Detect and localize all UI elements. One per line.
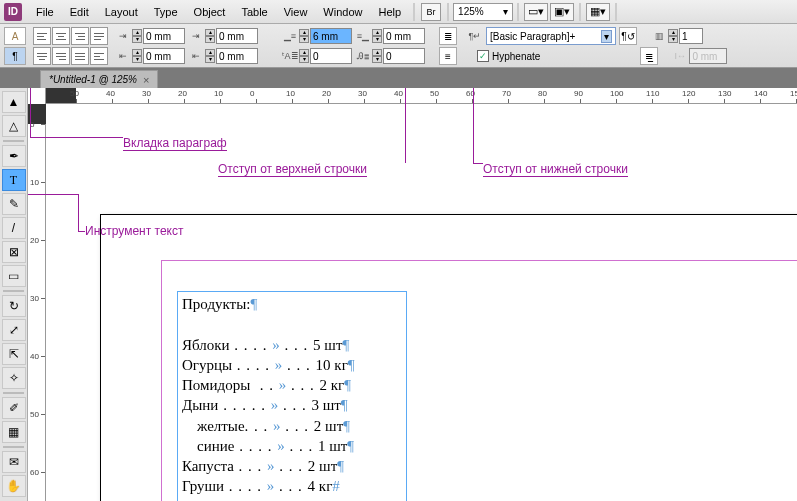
menu-view[interactable]: View [276,0,316,23]
menu-help[interactable]: Help [370,0,409,23]
first-line-indent-icon: ⇥ [188,28,204,44]
callout-line [30,137,123,138]
horizontal-ruler[interactable]: 5040302010010203040506070809010011012013… [46,88,797,104]
align-spine-button[interactable] [90,47,108,65]
callout-line [405,88,406,163]
callout-line [78,194,79,231]
menu-type[interactable]: Type [146,0,186,23]
right-indent-field: ⇤ ▴▾ [115,48,185,64]
scale-tool[interactable]: ⤢ [2,319,26,341]
hand-tool[interactable]: ✋ [2,475,26,497]
line-tool[interactable]: / [2,217,26,239]
menu-edit[interactable]: Edit [62,0,97,23]
drop-cap-lines-icon: ᵗA≣ [282,48,298,64]
callout-line [473,88,474,163]
menu-file[interactable]: File [28,0,62,23]
paragraph-style-icon: ¶↵ [467,28,483,44]
direct-selection-tool[interactable]: △ [2,115,26,137]
view-mode-button[interactable]: ▭▾ [524,3,548,21]
separator [447,3,449,21]
space-after-input[interactable] [383,28,425,44]
note-tool[interactable]: ✉ [2,451,26,473]
zoom-selector[interactable]: 125% ▾ [453,3,513,21]
paragraph-panel-button[interactable]: ¶ [4,47,26,65]
align-center-button[interactable] [52,27,70,45]
pen-tool[interactable]: ✒ [2,145,26,167]
separator [517,3,519,21]
page: Продукты:¶Яблоки . . . . » . . . 5 шт¶Ог… [100,214,797,501]
arrange-button[interactable]: ▦▾ [586,3,610,21]
menu-bar: ID File Edit Layout Type Object Table Vi… [0,0,797,24]
document-tab[interactable]: *Untitled-1 @ 125% × [40,70,158,88]
baseline-grid-button[interactable]: ≡̲ [640,47,658,65]
toolbox: ▲ △ ✒ T ✎ / ⊠ ▭ ↻ ⤢ ⇱ ✧ ✐ ▦ ✉ ✋ [0,88,28,501]
align-right-button[interactable] [71,27,89,45]
paragraph-style-value: [Basic Paragraph]+ [490,31,575,42]
vertical-ruler[interactable]: 010203040506070 [28,88,46,501]
align-left-button[interactable] [33,27,51,45]
callout-space-before: Отступ от верхней строчки [218,162,367,177]
paragraph-style-selector[interactable]: [Basic Paragraph]+ ▾ [486,27,616,45]
gradient-tool[interactable]: ▦ [2,421,26,443]
pasteboard[interactable]: Продукты:¶Яблоки . . . . » . . . 5 шт¶Ог… [46,104,797,501]
rectangle-frame-tool[interactable]: ⊠ [2,241,26,263]
free-transform-tool[interactable]: ✧ [2,367,26,389]
menu-layout[interactable]: Layout [97,0,146,23]
spinner[interactable]: ▴▾ [132,49,142,63]
first-line-indent-input[interactable] [216,28,258,44]
separator [615,3,617,21]
menu-object[interactable]: Object [186,0,234,23]
callout-line [28,194,78,195]
callout-line [30,88,31,137]
clear-overrides-button[interactable]: ¶↺ [619,27,637,45]
spinner[interactable]: ▴▾ [205,49,215,63]
columns-field: ▥ ▴▾ [651,28,703,44]
separator [3,140,24,142]
separator [413,3,415,21]
spinner[interactable]: ▴▾ [299,49,309,63]
last-line-indent-input[interactable] [216,48,258,64]
columns-icon: ▥ [651,28,667,44]
close-tab-icon[interactable]: × [143,74,149,86]
selection-tool[interactable]: ▲ [2,91,26,113]
bullets-button[interactable]: ≣ [439,27,457,45]
text-frame[interactable]: Продукты:¶Яблоки . . . . » . . . 5 шт¶Ог… [177,291,407,501]
justify-right-button[interactable] [52,47,70,65]
bridge-button[interactable]: Br [421,3,441,21]
callout-line [78,231,85,232]
space-before-icon: ▁≡ [282,28,298,44]
right-indent-input[interactable] [143,48,185,64]
justify-center-button[interactable] [33,47,51,65]
character-panel-button[interactable]: A [4,27,26,45]
callout-type-tool: Инструмент текст [85,224,183,238]
numbered-list-button[interactable]: ≡ [439,47,457,65]
hyphenate-checkbox[interactable]: ✓ Hyphenate [477,50,540,62]
justify-all-button[interactable] [71,47,89,65]
menu-window[interactable]: Window [315,0,370,23]
hyphenate-label: Hyphenate [492,51,540,62]
spinner[interactable]: ▴▾ [205,29,215,43]
spinner[interactable]: ▴▾ [668,29,678,43]
last-line-indent-field: ⇤ ▴▾ [188,48,258,64]
eyedropper-tool[interactable]: ✐ [2,397,26,419]
spinner[interactable]: ▴▾ [132,29,142,43]
space-before-input[interactable] [310,28,352,44]
callout-paragraph-tab: Вкладка параграф [123,136,227,151]
drop-cap-lines-field: ᵗA≣ ▴▾ [282,48,352,64]
spinner[interactable]: ▴▾ [372,49,382,63]
drop-cap-lines-input[interactable] [310,48,352,64]
drop-cap-chars-input[interactable] [383,48,425,64]
type-tool[interactable]: T [2,169,26,191]
rotate-tool[interactable]: ↻ [2,295,26,317]
columns-input[interactable] [679,28,703,44]
shear-tool[interactable]: ⇱ [2,343,26,365]
space-after-icon: ≡▁ [355,28,371,44]
rectangle-tool[interactable]: ▭ [2,265,26,287]
pencil-tool[interactable]: ✎ [2,193,26,215]
spinner[interactable]: ▴▾ [372,29,382,43]
spinner[interactable]: ▴▾ [299,29,309,43]
menu-table[interactable]: Table [233,0,275,23]
screen-mode-button[interactable]: ▣▾ [550,3,574,21]
left-indent-input[interactable] [143,28,185,44]
justify-left-button[interactable] [90,27,108,45]
